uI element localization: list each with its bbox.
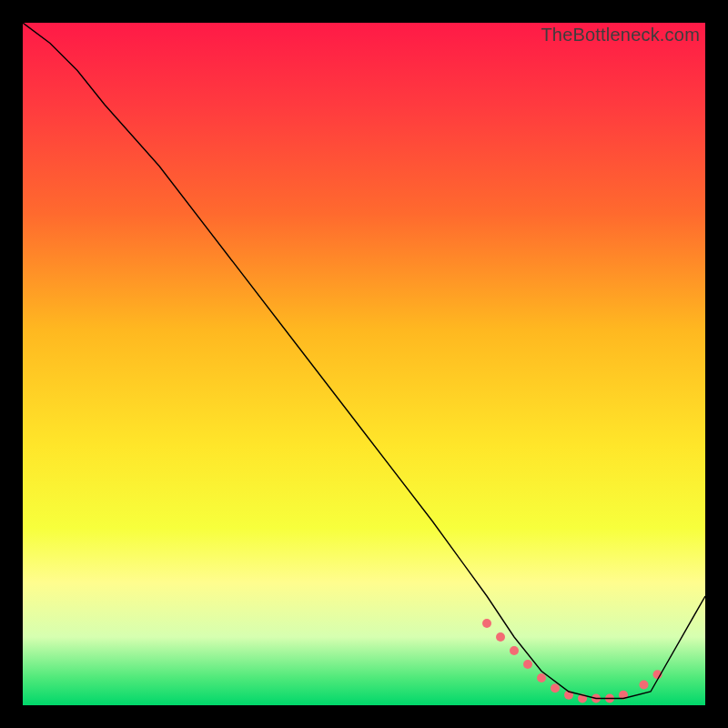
chart-svg bbox=[23, 23, 705, 705]
marker-dot bbox=[510, 646, 519, 655]
marker-dot bbox=[537, 673, 546, 682]
marker-dot bbox=[551, 683, 560, 693]
chart-plot-area: TheBottleneck.com bbox=[23, 23, 705, 705]
chart-curve bbox=[23, 23, 705, 699]
chart-frame: TheBottleneck.com bbox=[0, 0, 728, 728]
markers-group bbox=[482, 619, 662, 703]
marker-dot bbox=[640, 681, 649, 690]
marker-dot bbox=[523, 660, 532, 669]
marker-dot bbox=[496, 632, 505, 642]
marker-dot bbox=[482, 619, 491, 628]
